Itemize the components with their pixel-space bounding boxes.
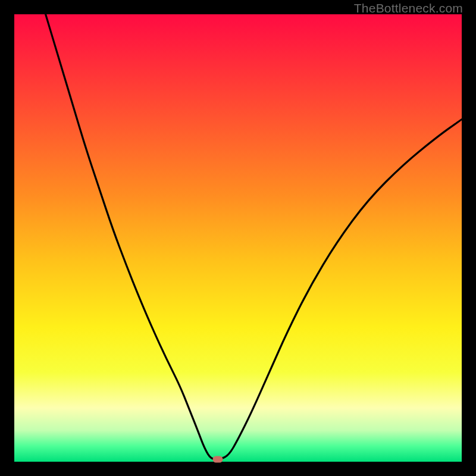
plot-frame	[14, 14, 462, 462]
optimal-point-marker	[213, 456, 223, 463]
watermark-text: TheBottleneck.com	[354, 1, 463, 15]
chart-container: TheBottleneck.com	[0, 0, 476, 476]
bottleneck-curve	[14, 14, 462, 462]
